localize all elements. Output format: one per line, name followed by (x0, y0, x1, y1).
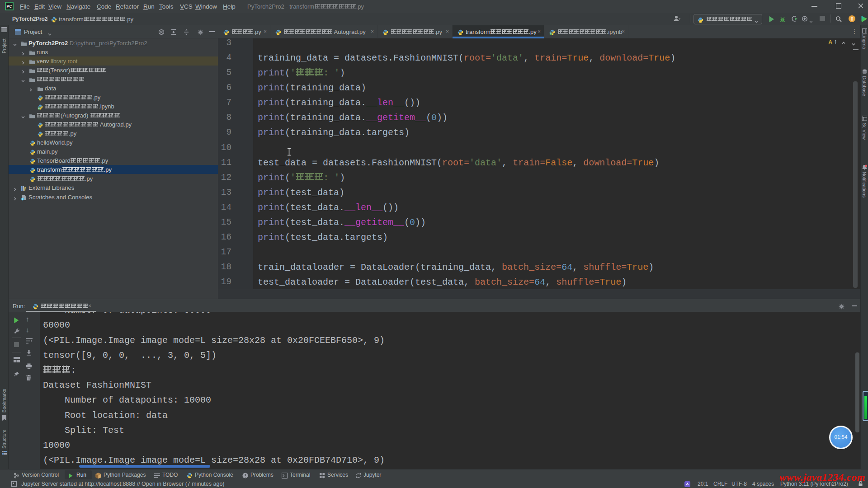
svg-text:PC: PC (7, 4, 12, 9)
